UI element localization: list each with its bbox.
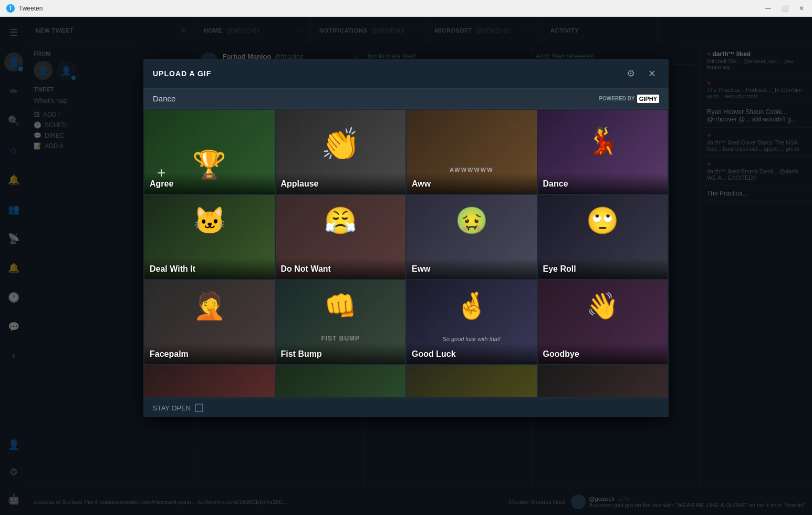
gif-label-applause: Applause (281, 179, 401, 189)
giphy-brand: GIPHY (637, 95, 659, 103)
facepalm-figure: 🤦 (193, 291, 226, 321)
modal-title: UPLOAD A GIF (153, 69, 211, 78)
gif-cell-facepalm[interactable]: 🤦 Facepalm (144, 280, 275, 364)
gif-cell-agree[interactable]: 🏆 + Agree (144, 110, 275, 194)
window-title: Tweeten (19, 5, 759, 12)
eww-figure: 🤢 (455, 205, 488, 236)
modal-overlay[interactable]: UPLOAD A GIF ⚙ ✕ Dance POWERED BY GIPHY … (0, 17, 812, 515)
app-icon: T (6, 4, 15, 13)
giphy-logo: POWERED BY GIPHY (599, 95, 659, 103)
gif-overlay-donotwant: Do Not Want (276, 258, 406, 279)
gif-cell-aww[interactable]: AWWWWWW Aww (407, 110, 537, 194)
modal-close-button[interactable]: ✕ (644, 66, 659, 81)
gif-label-eyeroll: Eye Roll (543, 264, 663, 274)
fistbump-text: FIST BUMP (321, 335, 360, 342)
gif-overlay-goodluck: Good Luck (407, 343, 537, 364)
gif-label-goodbye: Goodbye (543, 349, 663, 359)
stay-open-checkbox[interactable] (195, 404, 203, 412)
window-controls: — ⬜ ✕ (764, 4, 806, 13)
minimize-button[interactable]: — (764, 4, 772, 13)
gif-overlay-eww: Eww (407, 258, 537, 279)
stay-open-label: STAY OPEN (153, 404, 191, 412)
dealwith-figure: 🐱 (193, 205, 226, 236)
window-chrome: T Tweeten — ⬜ ✕ (0, 0, 812, 17)
powered-by-label: POWERED BY (599, 96, 634, 101)
modal-header: UPLOAD A GIF ⚙ ✕ (143, 59, 669, 89)
gif-overlay-agree: Agree (144, 173, 275, 194)
gif-label-aww: Aww (412, 179, 532, 189)
gif-cell-eyeroll[interactable]: 🙄 Eye Roll (538, 195, 668, 279)
close-button[interactable]: ✕ (797, 4, 806, 13)
gif-overlay-dealwith: Deal With It (144, 258, 275, 279)
gif-bg-partial-2 (276, 365, 406, 397)
goodluck-figure: 🤞 (455, 291, 488, 321)
gif-overlay-facepalm: Facepalm (144, 343, 275, 364)
gif-cell-eww[interactable]: 🤢 Eww (407, 195, 537, 279)
gif-bg-partial-4 (538, 365, 668, 397)
gif-cell-fistbump[interactable]: 👊 FIST BUMP Fist Bump (276, 280, 406, 364)
modal-header-controls: ⚙ ✕ (623, 66, 659, 81)
gif-cell-applause[interactable]: 👏 Applause (276, 110, 406, 194)
modal-search-bar: Dance POWERED BY GIPHY (143, 89, 669, 109)
goodluck-sublabel: So good luck with that! (442, 336, 501, 342)
fistbump-figure: 👊 (324, 291, 357, 321)
search-query[interactable]: Dance (153, 94, 175, 103)
gif-bg-partial-1 (144, 365, 275, 397)
gif-label-goodluck: Good Luck (412, 349, 532, 359)
gif-overlay-fistbump: Fist Bump (276, 343, 406, 364)
gif-cell-partial-4[interactable] (538, 365, 668, 397)
gif-cell-partial-3[interactable] (407, 365, 537, 397)
gif-label-dance: Dance (543, 179, 663, 189)
gif-overlay-dance: Dance (538, 173, 668, 194)
gif-cell-dance[interactable]: 💃 Dance (538, 110, 668, 194)
gif-overlay-eyeroll: Eye Roll (538, 258, 668, 279)
gif-label-facepalm: Facepalm (150, 349, 269, 359)
applause-figure: 👏 (321, 126, 360, 163)
gif-label-dealwith: Deal With It (150, 264, 269, 274)
gif-cell-dealwith[interactable]: 🐱 Deal With It (144, 195, 275, 279)
maximize-button[interactable]: ⬜ (780, 4, 789, 13)
dance-figure: 💃 (586, 126, 619, 156)
gif-overlay-applause: Applause (276, 173, 406, 194)
goodbye-figure: 👋 (586, 291, 619, 321)
gif-cell-goodluck[interactable]: 🤞 So good luck with that! Good Luck (407, 280, 537, 364)
donotwant-figure: 😤 (324, 205, 357, 236)
gif-overlay-aww: Aww (407, 173, 537, 194)
gif-cell-goodbye[interactable]: 👋 Goodbye (538, 280, 668, 364)
modal-settings-button[interactable]: ⚙ (623, 66, 638, 81)
gif-cell-donotwant[interactable]: 😤 Do Not Want (276, 195, 406, 279)
gif-label-eww: Eww (412, 264, 532, 274)
gif-overlay-goodbye: Goodbye (538, 343, 668, 364)
gif-cell-partial-1[interactable] (144, 365, 275, 397)
gif-label-fistbump: Fist Bump (281, 349, 401, 359)
gif-cell-partial-2[interactable] (276, 365, 406, 397)
modal-footer: STAY OPEN (143, 398, 669, 417)
gif-grid: 🏆 + Agree 👏 Applause AWWWWWW (143, 109, 669, 398)
gif-modal: UPLOAD A GIF ⚙ ✕ Dance POWERED BY GIPHY … (143, 59, 669, 417)
gif-label-agree: Agree (150, 179, 269, 189)
gif-bg-partial-3 (407, 365, 537, 397)
eyeroll-figure: 🙄 (586, 205, 619, 236)
gif-label-donotwant: Do Not Want (281, 264, 401, 274)
aww-text: AWWWWWW (450, 167, 494, 173)
